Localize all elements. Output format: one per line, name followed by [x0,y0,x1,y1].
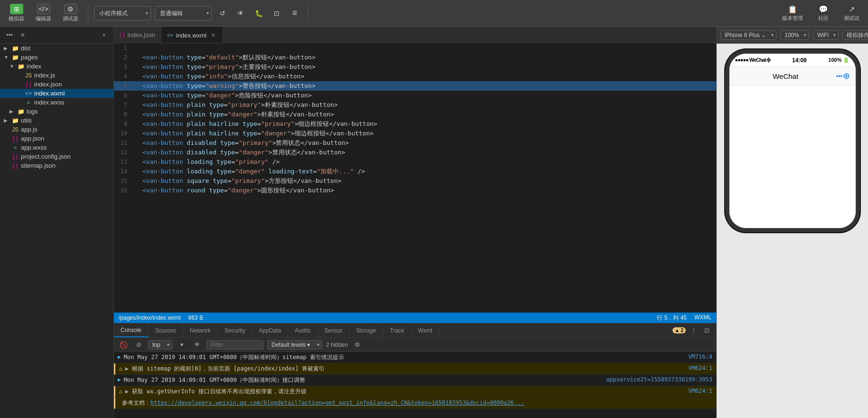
action-select-wrapper[interactable]: 模拟操作 [842,30,868,40]
bug-btn[interactable]: 🐛 [252,6,266,20]
console-entry: ▶ Mon May 27 2019 14:09:01 GMT+0800（中国标准… [114,375,716,386]
nav-more-btn[interactable]: ••• [836,73,843,80]
device-select[interactable]: iPhone 6 Plus ⌄ [720,30,776,40]
console-settings-btn[interactable]: ⊘ [133,339,144,351]
sidebar-item-sitemap[interactable]: { } sitemap.json [0,161,113,170]
debug-btn[interactable]: ⚙ 调试器 [59,2,82,24]
sidebar-item-index-js[interactable]: JS index.js [0,71,113,80]
network-select[interactable]: WiFi [813,30,839,40]
js-file-icon: JS [11,126,19,133]
tab-wxml[interactable]: Wxml [411,323,439,337]
version-icon: 📋 [788,5,797,14]
nav-circle-btn[interactable]: ⊕ [843,71,850,81]
eye-btn[interactable]: 👁 [233,6,248,20]
tab-network[interactable]: Network [183,323,218,337]
sidebar-item-index-json[interactable]: { } index.json [0,80,113,89]
tab-close-btn[interactable]: ✕ [209,31,217,39]
refresh-btn[interactable]: ↺ [215,6,230,20]
json-file-icon: { } [11,135,19,142]
sidebar-item-index-folder[interactable]: ▼ 📁 index [0,62,113,71]
tab-actions: ▲ 2 ⋮ ⊡ [672,325,716,336]
expand-arrow[interactable]: ▶ [125,388,132,395]
dropdown-btn[interactable]: ▾ [176,339,187,351]
tab-index-wxml[interactable]: <> index.wxml ✕ [161,27,223,43]
device-select-wrapper[interactable]: iPhone 6 Plus ⌄ [720,30,776,40]
level-select-wrapper[interactable]: Default levels ▾ [267,340,322,350]
console-source: VM624:1 [688,365,712,371]
phone-nav-bar: WeChat ••• ⊕ [729,67,856,86]
code-line: 6 <van-button type="danger">危险按钮</van-bu… [114,91,716,100]
sidebar-item-logs[interactable]: ▶ 📁 logs [0,107,113,116]
phone-frame: ●●●●● WeChat令 14:09 100% 🔋 WeChat ••• ⊕ [729,53,856,228]
folder-icon: 📁 [11,54,19,61]
test-btn[interactable]: ↗ 测试试 [840,3,863,24]
sidebar-item-pages[interactable]: ▼ 📁 pages [0,53,113,62]
warning-icon: △ [119,388,122,394]
editor-btn[interactable]: </> 编辑器 [32,2,55,24]
sidebar-item-index-wxml[interactable]: <> index.wxml [0,89,113,98]
tab-sources[interactable]: Sources [149,323,183,337]
sidebar-item-app-js[interactable]: JS app.js [0,125,113,134]
cursor-position: 行 5，列 45 [657,314,687,322]
tab-trace[interactable]: Trace [383,323,411,337]
miniapp-mode-select[interactable]: 小程序模式 [94,6,151,20]
zoom-select[interactable]: 100% [780,30,809,40]
sidebar-item-app-wxss[interactable]: = app.wxss [0,143,113,152]
tab-audits[interactable]: Audits [288,323,317,337]
console-filter-input[interactable] [206,340,263,350]
tab-sensor[interactable]: Sensor [318,323,350,337]
sidebar-item-index-wxss[interactable]: = index.wxss [0,98,113,107]
zoom-select-wrapper[interactable]: 100% [780,30,809,40]
sidebar-search-btn[interactable]: + [98,29,110,41]
code-line: 14 <van-button loading type="danger" loa… [114,167,716,176]
action-select[interactable]: 模拟操作 [842,30,868,40]
arrow-icon: ▶ [4,118,9,123]
sidebar-item-utils[interactable]: ▶ 📁 utils [0,116,113,125]
folder-icon: 📁 [11,117,19,124]
code-editor[interactable]: 1 2 <van-button type="default">默认按钮</van… [114,43,716,313]
tab-label: index.json [127,31,155,38]
error-badge: ▲ 2 [672,327,686,333]
community-icon: 💬 [819,5,828,14]
tab-index-json[interactable]: { } index.json [114,27,161,43]
sidebar-item-project-config[interactable]: { } project.config.json [0,152,113,161]
tab-console[interactable]: Console [114,323,149,337]
top-select-wrapper[interactable]: top [148,340,172,350]
miniapp-mode-wrapper[interactable]: 小程序模式 [94,6,151,20]
eye-console-btn[interactable]: 👁 [191,339,203,351]
editor-mode-select[interactable]: 普通编辑 [155,6,212,20]
version-manage-btn[interactable]: 📋 版本管理 [778,3,807,24]
community-btn[interactable]: 💬 社区 [814,3,832,24]
sidebar-item-label: index [27,63,41,70]
network-select-wrapper[interactable]: WiFi [813,30,839,40]
console-gear-btn[interactable]: ⚙ [352,339,363,351]
sidebar-sort-btn[interactable]: ≡ [17,29,28,41]
tab-security[interactable]: Security [218,323,252,337]
sidebar-more-btn[interactable]: ••• [4,29,15,41]
simulator-btn[interactable]: ⊞ 模拟器 [5,2,28,24]
file-path: /pages/index/index.wxml [119,314,181,321]
editor-mode-wrapper[interactable]: 普通编辑 [155,6,212,20]
panel-expand-btn[interactable]: ⊡ [701,325,712,336]
doc-link[interactable]: https://developers.weixin.qq.com/blogdet… [150,399,524,406]
bottom-toolbar: 🚫 ⊘ top ▾ 👁 Default levels ▾ 2 hidden ⚙ [114,338,716,352]
tab-bar: { } index.json <> index.wxml ✕ [114,27,716,43]
sidebar-item-app-json[interactable]: { } app.json [0,134,113,143]
code-line: 4 <van-button type="info">信息按钮</van-butt… [114,72,716,81]
clear-console-btn[interactable]: 🚫 [118,339,129,351]
zoom-display: 100% [780,30,809,40]
tab-appdata[interactable]: AppData [252,323,288,337]
more-options-btn[interactable]: ⋮ [688,325,699,336]
sidebar-item-label: utils [21,117,32,124]
phone-status-bar: ●●●●● WeChat令 14:09 100% 🔋 [729,54,856,67]
tab-storage[interactable]: Storage [350,323,383,337]
expand-arrow[interactable]: ▶ [125,365,132,372]
sidebar-item-dist[interactable]: ▶ 📁 dist [0,44,113,53]
signal-icon: ●●●●● WeChat令 [735,57,771,64]
cut-btn[interactable]: ⊡ [270,6,284,20]
test-label: 测试试 [844,15,859,22]
top-context-select[interactable]: top [148,340,172,350]
sidebar-item-label: sitemap.json [21,162,56,169]
more-btn[interactable]: ≡ [288,6,302,20]
console-level-select[interactable]: Default levels ▾ [267,340,322,350]
